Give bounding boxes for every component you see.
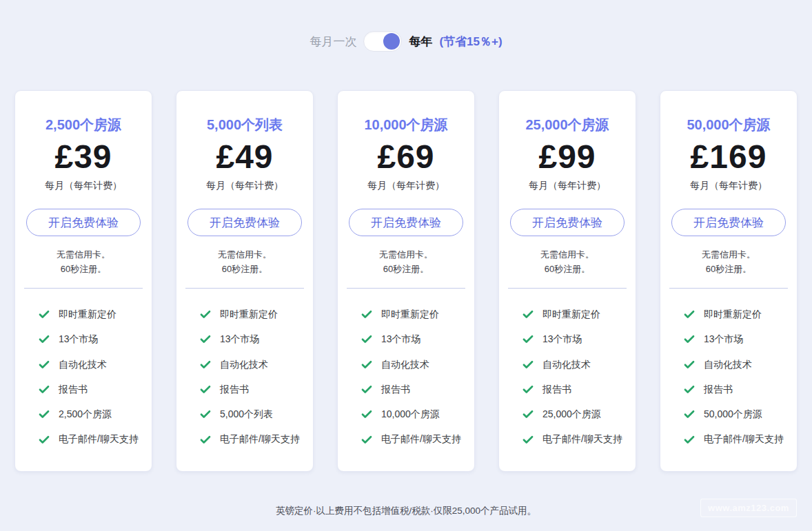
feature-label: 报告书 <box>542 382 571 396</box>
plan-billing-period: 每月（每年计费） <box>15 180 152 192</box>
feature-label: 即时重新定价 <box>381 307 439 321</box>
feature-item: 2,500个房源 <box>38 407 139 421</box>
feature-label: 13个市场 <box>704 332 744 346</box>
feature-item: 报告书 <box>522 382 623 396</box>
check-icon <box>361 333 373 345</box>
feature-label: 即时重新定价 <box>59 307 116 321</box>
feature-list: 即时重新定价13个市场自动化技术报告书5,000个列表电子邮件/聊天支持 <box>176 307 313 446</box>
feature-label: 13个市场 <box>381 332 421 346</box>
feature-label: 报告书 <box>381 382 410 396</box>
pricing-card: 10,000个房源 £69 每月（每年计费） 开启免费体验 无需信用卡。 60秒… <box>337 90 475 472</box>
feature-list: 即时重新定价13个市场自动化技术报告书2,500个房源电子邮件/聊天支持 <box>15 307 152 446</box>
feature-item: 电子邮件/聊天支持 <box>683 432 784 446</box>
feature-item: 13个市场 <box>522 332 623 346</box>
feature-item: 自动化技术 <box>361 357 462 371</box>
check-icon <box>361 308 373 320</box>
pricing-cards: 2,500个房源 £39 每月（每年计费） 开启免费体验 无需信用卡。 60秒注… <box>0 90 812 472</box>
check-icon <box>199 433 212 446</box>
plan-price: £69 <box>338 140 474 174</box>
note-no-credit-card: 无需信用卡。 <box>660 248 797 262</box>
start-free-trial-button[interactable]: 开启免费体验 <box>187 209 302 236</box>
feature-label: 13个市场 <box>542 332 582 346</box>
check-icon <box>38 433 50 446</box>
feature-item: 自动化技术 <box>38 357 139 371</box>
feature-list: 即时重新定价13个市场自动化技术报告书50,000个房源电子邮件/聊天支持 <box>660 307 797 446</box>
feature-label: 自动化技术 <box>220 357 268 371</box>
billing-monthly-label[interactable]: 每月一次 <box>309 34 356 50</box>
plan-title: 25,000个房源 <box>499 116 636 134</box>
plan-title: 5,000个列表 <box>176 116 313 134</box>
feature-item: 自动化技术 <box>683 357 784 371</box>
feature-label: 电子邮件/聊天支持 <box>220 432 300 446</box>
feature-label: 13个市场 <box>59 332 99 346</box>
pricing-card: 25,000个房源 £99 每月（每年计费） 开启免费体验 无需信用卡。 60秒… <box>498 90 636 472</box>
plan-price: £49 <box>176 140 313 174</box>
check-icon <box>38 383 50 395</box>
plan-notes: 无需信用卡。 60秒注册。 <box>499 248 636 277</box>
feature-item: 13个市场 <box>199 332 301 346</box>
check-icon <box>38 333 50 345</box>
feature-item: 自动化技术 <box>522 357 623 371</box>
feature-item: 25,000个房源 <box>522 407 623 421</box>
feature-label: 自动化技术 <box>704 357 752 371</box>
watermark: www.amz123.com <box>700 499 797 517</box>
feature-label: 电子邮件/聊天支持 <box>704 432 784 446</box>
plan-notes: 无需信用卡。 60秒注册。 <box>15 248 152 277</box>
feature-label: 即时重新定价 <box>704 307 762 321</box>
start-free-trial-button[interactable]: 开启免费体验 <box>510 209 625 236</box>
note-no-credit-card: 无需信用卡。 <box>499 248 636 262</box>
plan-title: 50,000个房源 <box>660 116 797 134</box>
note-no-credit-card: 无需信用卡。 <box>15 248 152 262</box>
feature-label: 报告书 <box>220 382 249 396</box>
plan-price: £99 <box>499 140 636 174</box>
check-icon <box>199 383 212 395</box>
plan-billing-period: 每月（每年计费） <box>176 180 313 192</box>
feature-item: 10,000个房源 <box>361 407 462 421</box>
check-icon <box>199 308 212 320</box>
check-icon <box>38 408 50 420</box>
feature-label: 电子邮件/聊天支持 <box>59 432 139 446</box>
divider <box>24 288 143 289</box>
billing-toggle-switch[interactable] <box>363 31 402 52</box>
plan-title: 10,000个房源 <box>338 116 474 134</box>
note-signup-time: 60秒注册。 <box>660 262 797 277</box>
feature-label: 电子邮件/聊天支持 <box>542 432 622 446</box>
plan-title: 2,500个房源 <box>15 116 152 134</box>
check-icon <box>683 333 696 345</box>
feature-label: 自动化技术 <box>59 357 107 371</box>
pricing-card: 50,000个房源 £169 每月（每年计费） 开启免费体验 无需信用卡。 60… <box>660 90 798 472</box>
start-free-trial-button[interactable]: 开启免费体验 <box>26 209 141 236</box>
divider <box>669 288 788 289</box>
pricing-card: 2,500个房源 £39 每月（每年计费） 开启免费体验 无需信用卡。 60秒注… <box>14 90 152 472</box>
plan-billing-period: 每月（每年计费） <box>338 180 474 192</box>
note-signup-time: 60秒注册。 <box>338 262 474 277</box>
check-icon <box>361 383 373 395</box>
plan-billing-period: 每月（每年计费） <box>499 180 636 192</box>
divider <box>508 288 627 289</box>
feature-label: 即时重新定价 <box>542 307 600 321</box>
feature-item: 报告书 <box>361 382 462 396</box>
plan-billing-period: 每月（每年计费） <box>660 180 797 192</box>
feature-item: 13个市场 <box>361 332 462 346</box>
footer-note: 英镑定价·以上费用不包括增值税/税款·仅限25,000个产品试用。 <box>0 505 812 517</box>
note-no-credit-card: 无需信用卡。 <box>338 248 474 262</box>
check-icon <box>199 358 212 371</box>
start-free-trial-button[interactable]: 开启免费体验 <box>671 209 786 236</box>
feature-label: 25,000个房源 <box>542 407 601 421</box>
billing-yearly-label[interactable]: 每年 <box>409 34 432 50</box>
note-no-credit-card: 无需信用卡。 <box>176 248 313 262</box>
feature-item: 报告书 <box>683 382 784 396</box>
check-icon <box>361 358 373 371</box>
feature-item: 50,000个房源 <box>683 407 784 421</box>
check-icon <box>683 308 696 320</box>
feature-label: 自动化技术 <box>542 357 591 371</box>
feature-label: 5,000个列表 <box>220 407 273 421</box>
billing-savings-note: (节省15％+) <box>439 34 502 50</box>
start-free-trial-button[interactable]: 开启免费体验 <box>349 209 463 236</box>
feature-label: 50,000个房源 <box>704 407 762 421</box>
feature-label: 电子邮件/聊天支持 <box>381 432 461 446</box>
plan-price: £39 <box>15 140 152 174</box>
feature-item: 即时重新定价 <box>522 307 623 321</box>
feature-label: 13个市场 <box>220 332 260 346</box>
check-icon <box>199 333 212 345</box>
